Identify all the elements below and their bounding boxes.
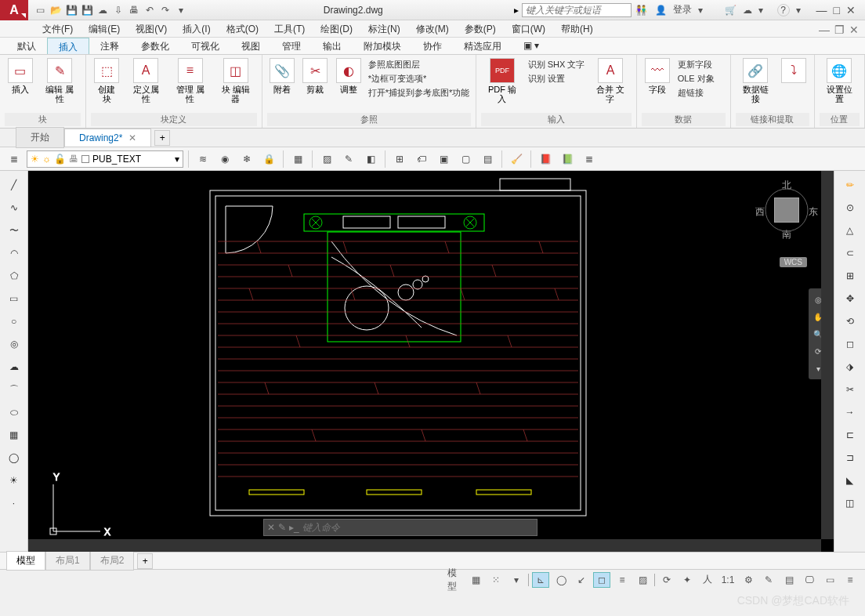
hatchfill-icon[interactable]: ▦ <box>3 424 25 446</box>
doc-restore-icon[interactable]: ❐ <box>834 24 845 36</box>
move-icon[interactable]: ✥ <box>839 288 861 310</box>
tag-icon[interactable]: 🏷 <box>412 150 431 168</box>
fillet-icon[interactable]: ⊂ <box>839 242 861 264</box>
customize-icon[interactable]: ≡ <box>841 572 859 588</box>
layers-icon[interactable]: ≣ <box>580 150 599 168</box>
ribbon-tab[interactable]: 参数化 <box>130 38 180 54</box>
set-location-button[interactable]: 🌐设置位置 <box>820 56 860 105</box>
insert-block-button[interactable]: ▭插入 <box>5 56 35 96</box>
data-link-button[interactable]: 🔗数据链接 <box>736 56 776 105</box>
app-logo[interactable]: A <box>0 0 28 20</box>
help-icon[interactable]: ? <box>777 4 790 16</box>
sun-tool-icon[interactable]: ☀ <box>3 469 25 491</box>
drawing-canvas[interactable]: Y X 北 南 西 东 WCS ◎ ✋ 🔍 ⟳ ▾ ✕ ✎ ▸_ <box>28 171 834 552</box>
array-icon[interactable]: ⊞ <box>390 150 409 168</box>
layer-freeze-icon[interactable]: ❄ <box>237 150 256 168</box>
snap-icon[interactable]: ⁙ <box>487 572 505 588</box>
layer-state-icon[interactable]: ≋ <box>194 150 212 168</box>
ribbon-tab[interactable]: 插入 <box>47 38 89 54</box>
gear-icon[interactable]: ⚙ <box>740 572 757 588</box>
donut-icon[interactable]: ◎ <box>3 333 25 355</box>
adjust-button[interactable]: ◐调整 <box>333 56 363 96</box>
polyline-icon[interactable]: ∿ <box>3 197 25 219</box>
snap-underlay-item[interactable]: 打开*捕捉到参考底图*功能 <box>367 86 472 100</box>
trim-icon[interactable]: ✂ <box>839 379 861 400</box>
annotation-icon[interactable]: ✎ <box>760 572 777 588</box>
layer-props-icon[interactable]: ≣ <box>5 150 24 168</box>
apps-icon[interactable]: ☁ <box>743 5 752 16</box>
command-line[interactable]: ✕ ✎ ▸_ <box>263 519 537 536</box>
iso-icon[interactable]: ↙ <box>573 572 590 588</box>
polar-icon[interactable]: ◯ <box>552 572 570 588</box>
ribbon-tab[interactable]: 默认 <box>6 38 47 54</box>
layer-lock-icon[interactable]: 🔒 <box>259 150 278 168</box>
view-cube[interactable]: 北 南 西 东 <box>755 179 818 241</box>
workspace-icon[interactable]: ▤ <box>780 572 798 588</box>
menu-item[interactable]: 修改(M) <box>408 20 457 37</box>
scale-icon[interactable]: ◻ <box>839 333 861 355</box>
command-input[interactable] <box>302 522 534 533</box>
point-icon[interactable]: · <box>3 492 25 514</box>
close-icon[interactable]: ✕ <box>128 132 136 143</box>
match-icon[interactable]: ▦ <box>288 150 307 168</box>
print-icon[interactable]: 🖶 <box>127 3 141 17</box>
ole-object-item[interactable]: OLE 对象 <box>676 72 716 85</box>
new-icon[interactable]: ▭ <box>33 3 47 17</box>
ribbon-tab[interactable]: 附加模块 <box>353 38 412 54</box>
curve-icon[interactable]: ⌒ <box>3 379 25 400</box>
ribbon-tab[interactable]: 协作 <box>412 38 453 54</box>
ribbon-tab[interactable]: 输出 <box>312 38 353 54</box>
gradient-icon[interactable]: ◧ <box>361 150 380 168</box>
scrollbar-horizontal[interactable] <box>28 539 821 552</box>
doctab-start[interactable]: 开始 <box>16 127 64 148</box>
menu-item[interactable]: 工具(T) <box>266 20 313 37</box>
line-icon[interactable]: ╱ <box>3 174 25 196</box>
frame-option-item[interactable]: *边框可变选项* <box>367 72 472 85</box>
stretch-icon[interactable]: ⬗ <box>839 356 861 378</box>
search-detail-icon[interactable]: 👫 <box>635 3 649 17</box>
explode-icon[interactable]: ◫ <box>839 492 861 514</box>
scrollbar-vertical[interactable] <box>821 171 834 539</box>
rectangle-icon[interactable]: ▭ <box>3 288 25 310</box>
join-icon[interactable]: ⊐ <box>839 447 861 469</box>
dyn-ucs-icon[interactable]: 人 <box>699 572 716 588</box>
layer-dropdown[interactable]: ☀ ☼ 🔓 🖶 PUB_TEXT ▾ <box>27 150 183 168</box>
add-doctab-button[interactable]: + <box>154 130 170 146</box>
cmd-config-icon[interactable]: ✎ <box>278 522 286 533</box>
layout-icon[interactable]: ▤ <box>478 150 497 168</box>
ellipse-icon[interactable]: ⬭ <box>3 401 25 423</box>
clean-icon[interactable]: ▭ <box>821 572 838 588</box>
cloud-icon[interactable]: ☁ <box>3 356 25 378</box>
ribbon-tab[interactable]: 视图 <box>230 38 271 54</box>
define-attr-button[interactable]: A定义属性 <box>126 56 166 105</box>
ungroup-icon[interactable]: ▢ <box>456 150 475 168</box>
menu-item[interactable]: 绘图(D) <box>313 20 360 37</box>
cycling-icon[interactable]: ⟳ <box>658 572 675 588</box>
sb-model-button[interactable]: 模型 <box>447 572 464 588</box>
menu-item[interactable]: 格式(O) <box>219 20 266 37</box>
circle-icon[interactable]: ○ <box>3 310 25 332</box>
tab-layout1[interactable]: 布局1 <box>45 551 90 571</box>
ribbon-tab[interactable]: 可视化 <box>180 38 230 54</box>
transparency-icon[interactable]: ▨ <box>634 572 651 588</box>
search-input[interactable] <box>522 3 632 17</box>
save-icon[interactable]: 💾 <box>64 3 78 17</box>
recognize-settings-item[interactable]: 识别 设置 <box>527 72 587 85</box>
clip-button[interactable]: ✂剪裁 <box>300 56 330 96</box>
3dosnap-icon[interactable]: ✦ <box>679 572 696 588</box>
edit-hatch-icon[interactable]: ✎ <box>339 150 358 168</box>
polygon-icon[interactable]: ⬠ <box>3 265 25 287</box>
doctab-drawing2[interactable]: Drawing2*✕ <box>64 129 151 147</box>
sb-scale[interactable]: 1:1 <box>719 572 737 588</box>
extract-button[interactable]: ⤵ <box>779 56 809 85</box>
layer-off-icon[interactable]: ◉ <box>215 150 234 168</box>
monitor-icon[interactable]: 🖵 <box>801 572 818 588</box>
tab-model[interactable]: 模型 <box>6 551 45 571</box>
cleanup-icon[interactable]: 🧹 <box>507 150 526 168</box>
recognize-shx-item[interactable]: 识别 SHX 文字 <box>527 58 587 71</box>
wcs-badge[interactable]: WCS <box>780 257 807 267</box>
doc-close-icon[interactable]: ✕ <box>849 24 859 36</box>
rotate-icon[interactable]: ⟲ <box>839 310 861 332</box>
menu-item[interactable]: 标注(N) <box>360 20 408 37</box>
minimize-icon[interactable]: — <box>816 4 827 16</box>
